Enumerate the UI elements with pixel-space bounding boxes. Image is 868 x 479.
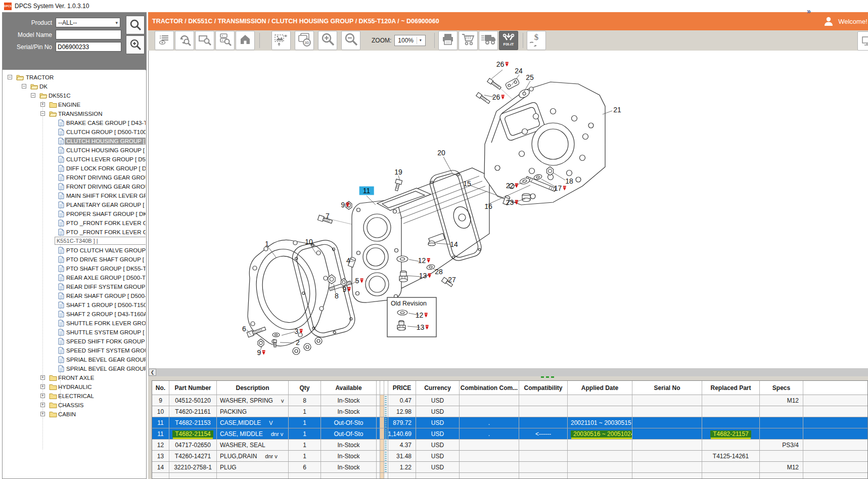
tree-item-label[interactable]: FRONT DRIVING GEAR GROUP [	[65, 174, 146, 181]
callout-15[interactable]: 15	[463, 180, 471, 188]
column-header-no[interactable]: No.	[152, 381, 169, 395]
callout-2[interactable]: 2	[296, 339, 300, 346]
callout-24[interactable]: 24	[515, 67, 523, 75]
tree-item-label[interactable]: PTO _FRONT FORK LEVER GROU	[65, 220, 146, 227]
refresh-search-button[interactable]	[175, 31, 194, 50]
tree-item-pto-clutch-valve-group-dk[interactable]: PTO CLUTCH VALVE GROUP [ DK	[3, 246, 146, 254]
view-list-button[interactable]	[155, 31, 174, 50]
tree-item-pto-front-fork-lever-grou[interactable]: PTO _FRONT FORK LEVER GROU	[3, 219, 146, 227]
tree-item-label[interactable]: ENGINE	[57, 101, 82, 108]
callout-4[interactable]: 4	[346, 257, 350, 265]
search-button[interactable]	[126, 16, 145, 34]
tree-item-label[interactable]: PROPER SHAFT GROUP [ DK55-T	[65, 210, 146, 217]
tree-item-dk[interactable]: −DK	[3, 82, 146, 91]
callout-6[interactable]: 6	[242, 325, 246, 333]
callout-17[interactable]: 17	[554, 185, 567, 192]
monitor-button[interactable]	[857, 31, 868, 51]
column-header-compatibility[interactable]: Compatibility	[519, 381, 568, 395]
tree-item-label[interactable]: DIFF LOCK FORK GROUP [ D500-	[65, 165, 146, 172]
tree-item-label[interactable]: HYDRAULIC	[57, 383, 93, 390]
tree-item-label[interactable]: PTO DRIVE SHAFT GROUP [ D50	[65, 256, 146, 263]
column-header-part-number[interactable]: Part Number	[169, 381, 217, 395]
callout-20[interactable]: 20	[437, 149, 445, 157]
fit-image-button[interactable]	[271, 31, 291, 50]
column-header-replaced-part[interactable]: Replaced Part	[702, 381, 760, 395]
region-search-button[interactable]	[195, 31, 214, 50]
tree-item-front-driving-gear-group[interactable]: FRONT DRIVING GEAR GROUP [	[3, 182, 146, 191]
scroll-left-arrow-icon[interactable]: ❮	[149, 369, 156, 376]
tree-item-clutch-housing-group-dk5[interactable]: CLUTCH HOUSING GROUP [ DK5	[3, 146, 146, 154]
column-header-util-16[interactable]	[803, 381, 868, 395]
expand-toggle-icon[interactable]: +	[40, 394, 45, 398]
expand-toggle-icon[interactable]: +	[40, 375, 45, 380]
tree-item-engine[interactable]: +ENGINE	[3, 100, 146, 109]
callout-13[interactable]: 13	[419, 272, 432, 280]
callout-7[interactable]: 7	[326, 212, 330, 220]
tree-item-speed-shift-system-group[interactable]: SPEED SHIFT SYSTEM GROUP [	[3, 346, 146, 355]
diagram-horizontal-scrollbar[interactable]: ❮	[148, 368, 868, 376]
tree-item-speed-shift-fork-group-dk[interactable]: SPEED SHIFT FORK GROUP [ DK	[3, 337, 146, 345]
column-header-qty[interactable]: Qty	[289, 381, 321, 395]
tree-item-sprial-bevel-gear-group-d[interactable]: SPRIAL BEVEL GEAR GROUP [ D	[3, 364, 146, 373]
tree-item-label[interactable]: SHAFT 1 GROUP [ D500-T150A ]	[65, 301, 146, 309]
tree-item-label[interactable]: FRONT DRIVING GEAR GROUP [	[65, 183, 146, 190]
callout-23[interactable]: 23	[506, 199, 519, 206]
zoom-out-button[interactable]	[341, 31, 360, 50]
tree-item-cabin[interactable]: +CABIN	[3, 410, 146, 418]
callout-16[interactable]: 16	[484, 203, 492, 210]
tree-item-electrical[interactable]: +ELECTRICAL	[3, 391, 146, 400]
callout-9[interactable]: 9	[343, 286, 351, 293]
tree-item-label[interactable]: SHUTTLE FORK LEVER GROUP	[65, 320, 146, 327]
collapse-toggle-icon[interactable]: −	[8, 75, 12, 79]
column-header-serial-no[interactable]: Serial No	[632, 381, 702, 395]
tree-item-label[interactable]: SPRIAL BEVEL GEAR GROUP [ D	[65, 356, 146, 363]
tree-item-label[interactable]: CABIN	[57, 411, 77, 418]
column-header-applied-date[interactable]: Applied Date	[568, 381, 632, 395]
tree-item-dk551c[interactable]: −DK551C	[3, 91, 146, 100]
tree-item-clutch-group-d500-t100a[interactable]: CLUTCH GROUP [ D500-T100A ]	[3, 127, 146, 136]
column-header-description[interactable]: Description	[217, 381, 289, 395]
tree-item-clutch-lever-group-d500-t[interactable]: CLUTCH LEVER GROUP [ D500-T	[3, 155, 146, 163]
tree-item-label[interactable]: SPRIAL BEVEL GEAR GROUP [ D	[65, 365, 146, 372]
table-row-part-04717-02650[interactable]: 1204717-02650WASHER, SEAL1In-Stock4.37US…	[152, 440, 868, 451]
tree-item-label[interactable]: PTO CLUTCH VALVE GROUP [ DK	[65, 247, 146, 254]
fixit-button[interactable]: FIX-IT	[499, 31, 518, 50]
expand-toggle-icon[interactable]: +	[40, 384, 45, 389]
callout-14[interactable]: 14	[450, 241, 458, 248]
tree-item-label[interactable]: SPEED SHIFT SYSTEM GROUP [	[65, 347, 146, 354]
tree-item-label[interactable]: CHASSIS	[57, 402, 85, 409]
tree-item-rear-shaft-group-d500-t14[interactable]: REAR SHAFT GROUP [ D500-T14	[3, 291, 146, 300]
callout-25[interactable]: 25	[526, 74, 534, 81]
tree-item-shuttle-fork-lever-group[interactable]: SHUTTLE FORK LEVER GROUP	[3, 319, 146, 327]
callout-26[interactable]: 26	[496, 61, 509, 68]
table-row-part-T4620-21161[interactable]: 10T4620-21161PACKING1In-Stock12.98USD	[152, 406, 868, 417]
price-button[interactable]: $	[527, 31, 546, 50]
tree-item-label[interactable]: CLUTCH GROUP [ D500-T100A ]	[65, 128, 146, 136]
tree-item-front-axle[interactable]: +FRONT AXLE	[3, 373, 146, 382]
tree-item-label[interactable]: PTO SHAFT GROUP [ DK55-T200	[65, 265, 146, 272]
tree-item-label[interactable]: PTO _FRONT FORK LEVER GROU	[65, 229, 146, 236]
callout-19[interactable]: 19	[394, 168, 402, 176]
tree-item-label[interactable]: REAR AXLE GROUP [ D500-T310	[65, 274, 146, 281]
callout-3[interactable]: 3	[295, 328, 303, 335]
table-row-part-T4682-21154[interactable]: 11T4682-21154CASE, MIDDLEdnr v1Out-Of-St…	[152, 428, 868, 440]
tree-item-label[interactable]: CLUTCH HOUSING GROUP [ DK5	[65, 147, 146, 154]
tree-item-label[interactable]: CLUTCH HOUSING GROUP [ DK5	[65, 138, 146, 145]
tree-item-pto-front-fork-lever-grou[interactable]: PTO _FRONT FORK LEVER GROU	[3, 228, 146, 236]
tree-item-label[interactable]: ELECTRICAL	[57, 393, 96, 400]
tree-item-label[interactable]: PLANETARY GEAR GROUP [ D50	[65, 201, 146, 208]
expand-toggle-icon[interactable]: +	[40, 412, 45, 416]
callout-9[interactable]: 9	[257, 349, 266, 357]
exploded-parts-diagram[interactable]: Old Revision 262425262120191516222317181…	[148, 51, 868, 368]
callout-12[interactable]: 12	[418, 257, 431, 265]
callout-10[interactable]: 10	[305, 238, 313, 246]
column-header-price[interactable]: PRICE	[388, 381, 416, 395]
print-button[interactable]	[438, 31, 458, 50]
photo-3d-button[interactable]: 3D	[295, 31, 314, 50]
tree-item-pto-shaft-group-dk55-t200[interactable]: PTO SHAFT GROUP [ DK55-T200	[3, 264, 146, 273]
column-header-combination-com[interactable]: Combination Com...	[460, 381, 519, 395]
collapse-panel-icon[interactable]: »	[807, 7, 811, 15]
tree-item-diff-lock-fork-group-d500[interactable]: DIFF LOCK FORK GROUP [ D500-	[3, 164, 146, 172]
collapse-toggle-icon[interactable]: −	[22, 84, 26, 89]
tree-item-label[interactable]: TRACTOR	[24, 74, 55, 81]
